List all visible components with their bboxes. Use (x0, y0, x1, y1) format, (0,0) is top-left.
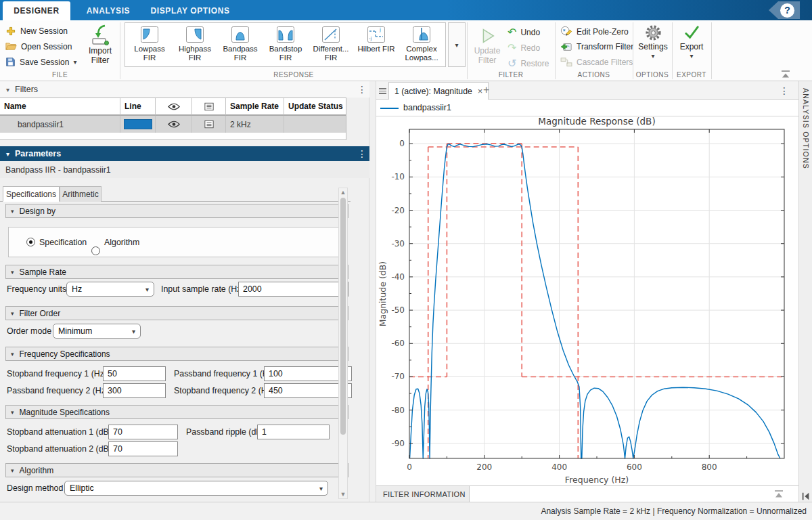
restore-button[interactable]: ↺ Restore (508, 57, 549, 70)
minimize-ribbon-icon[interactable] (780, 69, 792, 79)
bandpass-fir-button[interactable]: BandpassFIR (219, 24, 261, 62)
help-icon: ? (780, 3, 794, 18)
passband-ripple-field[interactable] (257, 425, 330, 439)
settings-button[interactable]: Settings ▾ (635, 24, 671, 61)
tab-specifications[interactable]: Specifications (3, 186, 60, 202)
filter-order-header[interactable]: ▾ Filter Order (5, 306, 348, 320)
column-header-update-status[interactable]: Update Status (284, 98, 346, 116)
cascade-filters-button[interactable]: Cascade Filters (560, 57, 633, 67)
sample-rate-cell[interactable]: 2 kHz (226, 116, 284, 133)
hilbert-fir-button[interactable]: j-j Hilbert FIR (355, 24, 397, 53)
info-cell[interactable] (192, 116, 226, 133)
scroll-down-icon[interactable]: ▼ (339, 490, 347, 498)
open-session-button[interactable]: Open Session (5, 41, 72, 51)
hilbert-icon: j-j (366, 24, 386, 45)
design-method-dropdown[interactable]: Elliptic ▾ (64, 481, 328, 496)
tab-display-options[interactable]: DISPLAY OPTIONS (146, 1, 234, 20)
scrollbar-thumb[interactable] (340, 198, 346, 435)
svg-text:-30: -30 (391, 239, 405, 248)
differentiator-fir-button[interactable]: Different...FIR (310, 24, 352, 62)
app-tab-strip: DESIGNER ANALYSIS DISPLAY OPTIONS ? (0, 0, 812, 20)
svg-text:-60: -60 (391, 339, 405, 348)
legend-line-sample (380, 108, 399, 109)
input-sample-rate-field[interactable] (238, 282, 348, 297)
new-session-button[interactable]: New Session (5, 26, 68, 37)
filter-name-cell[interactable]: bandpassiir1 (0, 116, 120, 133)
parameters-panel-header[interactable]: ▾ Parameters ⋮ (0, 146, 369, 161)
filter-information-tab[interactable]: FILTER INFORMATION (376, 486, 470, 502)
analysis-options-label: ANALYSIS OPTIONS (802, 88, 810, 169)
line-color-cell[interactable] (120, 116, 156, 133)
frequency-specifications-header[interactable]: ▾ Frequency Specifications (5, 347, 348, 361)
redo-icon: ↷ (508, 41, 516, 54)
svg-text:-90: -90 (391, 439, 405, 448)
tab-analysis[interactable]: ANALYSIS (70, 1, 146, 20)
stopband-freq1-field[interactable] (103, 366, 166, 381)
transform-filter-icon (560, 41, 572, 52)
svg-text:-70: -70 (391, 372, 405, 381)
close-tab-icon[interactable]: × (478, 86, 483, 96)
sample-rate-header[interactable]: ▾ Sample Rate (5, 265, 348, 279)
filters-panel-header[interactable]: ▾ Filters ⋮ (0, 81, 369, 98)
expand-panel-icon[interactable] (773, 489, 785, 499)
column-header-name[interactable]: Name (0, 98, 120, 116)
response-gallery-expand-button[interactable]: ▾ (448, 22, 466, 67)
export-check-icon (683, 24, 701, 42)
filters-menu-icon[interactable]: ⋮ (357, 84, 367, 95)
transform-filter-button[interactable]: Transform Filter (560, 41, 633, 52)
new-figure-tab-button[interactable]: + (483, 84, 489, 96)
frequency-units-dropdown[interactable]: Hz ▾ (66, 282, 154, 297)
algorithm-header[interactable]: ▾ Algorithm (5, 463, 348, 477)
redo-button[interactable]: ↷ Redo (508, 41, 540, 54)
export-button[interactable]: Export ▾ (674, 24, 709, 61)
highpass-fir-button[interactable]: HighpassFIR (174, 24, 216, 62)
stopband-atten2-field[interactable] (108, 441, 178, 456)
dock-left-icon[interactable] (801, 492, 811, 501)
tab-designer[interactable]: DESIGNER (3, 1, 70, 20)
analysis-options-strip[interactable]: ANALYSIS OPTIONS (798, 81, 812, 502)
svg-text:j: j (379, 27, 381, 32)
update-status-cell[interactable] (284, 116, 346, 133)
column-header-info[interactable] (192, 98, 226, 116)
update-filter-button[interactable]: Update Filter (471, 26, 503, 65)
save-session-button[interactable]: Save Session ▾ (5, 57, 76, 67)
save-icon (5, 57, 16, 67)
figure-list-icon[interactable] (379, 87, 386, 95)
parameters-menu-icon[interactable]: ⋮ (357, 148, 367, 159)
complex-lowpass-button[interactable]: ComplexLowpas... (401, 24, 443, 62)
lowpass-fir-button[interactable]: LowpassFIR (129, 24, 171, 62)
edit-pole-zero-button[interactable]: Edit Pole-Zero (560, 26, 629, 37)
order-mode-dropdown[interactable]: Minimum ▾ (53, 324, 141, 339)
passband-freq2-field[interactable] (103, 383, 166, 398)
scroll-up-icon[interactable]: ▲ (339, 188, 347, 196)
svg-text:-80: -80 (391, 406, 405, 415)
svg-text:-50: -50 (391, 305, 405, 315)
undo-button[interactable]: ↶ Undo (508, 26, 540, 39)
design-by-header[interactable]: ▾ Design by (5, 204, 348, 218)
magnitude-specifications-header[interactable]: ▾ Magnitude Specifications (5, 405, 348, 419)
parameters-scrollbar[interactable]: ▲ ▼ (338, 188, 348, 499)
tab-arithmetic[interactable]: Arithmetic (60, 186, 102, 202)
help-button[interactable]: ? (769, 1, 800, 19)
svg-text:800: 800 (702, 462, 717, 472)
panel-splitter[interactable] (369, 81, 376, 502)
figure-menu-icon[interactable]: ⋮ (780, 85, 789, 96)
status-bar: Analysis Sample Rate = 2 kHz | Frequency… (0, 502, 812, 520)
stopband-atten1-label: Stopband attenuation 1 (dB) (7, 427, 112, 437)
save-dropdown-icon[interactable]: ▾ (73, 58, 76, 66)
file-section-label: FILE (0, 70, 120, 80)
line-color-swatch[interactable] (124, 119, 152, 129)
radio-specification[interactable] (26, 238, 35, 246)
bandstop-fir-button[interactable]: BandstopFIR (265, 24, 307, 62)
column-header-sample-rate[interactable]: Sample Rate (226, 98, 284, 116)
radio-algorithm[interactable] (91, 246, 100, 255)
figure-tab-magnitude[interactable]: 1 (active): Magnitude × (388, 82, 489, 100)
column-header-line[interactable]: Line (120, 98, 156, 116)
stopband-atten1-field[interactable] (108, 425, 178, 439)
bandstop-icon (275, 24, 296, 45)
design-method-label: Design method (7, 483, 63, 493)
visibility-cell[interactable] (156, 116, 192, 133)
import-filter-button[interactable]: Import Filter (81, 24, 119, 65)
column-header-visibility[interactable] (156, 98, 192, 116)
svg-text:600: 600 (627, 462, 642, 472)
